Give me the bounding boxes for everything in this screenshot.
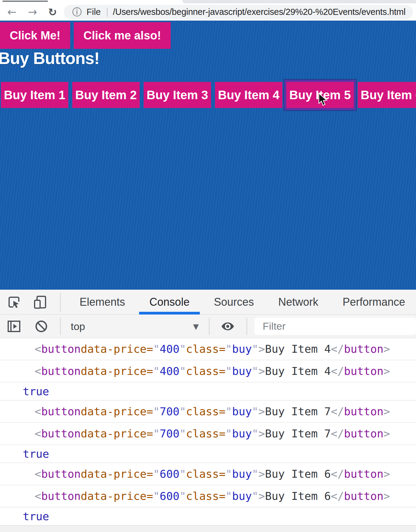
site-info-icon[interactable]: ⓘ [72,6,82,19]
console-token: buy [232,405,252,418]
inspect-element-icon[interactable] [7,295,21,309]
console-token: > [258,427,265,440]
console-log-boolean: true [0,382,416,401]
console-token: button [344,365,384,377]
console-token: " [179,468,186,480]
click-me-also-button[interactable]: Click me also! [74,22,171,49]
console-token: > [258,490,265,502]
click-me-button[interactable]: Click Me! [0,22,70,49]
console-token: 600 [160,490,179,502]
console-token: > [258,468,265,480]
buy-item-1-button[interactable]: Buy Item 1 [1,82,68,108]
console-token: data-price= [81,343,153,355]
address-bar[interactable]: ⓘ File /Users/wesbos/beginner-javascript… [64,5,413,19]
console-token: button [41,343,81,355]
console-token: < [35,427,41,440]
device-toolbar-icon[interactable] [33,295,47,309]
console-token: " [153,490,160,502]
console-token: true [23,385,49,398]
console-log-element[interactable]: <button data-price="600" class="buy">Buy… [0,485,416,507]
console-token: </ [331,468,344,480]
console-token: button [344,405,384,418]
console-token: " [252,405,258,418]
buy-item-6-button[interactable]: Buy Item 6 [358,82,416,108]
chevron-down-icon[interactable]: ▼ [193,322,199,331]
console-token: " [226,427,232,440]
console-log-boolean: true [0,507,416,526]
console-sidebar-toggle-icon[interactable] [7,319,21,334]
console-log-element[interactable]: <button data-price="700" class="buy">Buy… [0,423,416,445]
console-token: 700 [160,427,179,440]
devtools-tabs: ElementsConsoleSourcesNetworkPerformance [67,290,416,315]
live-expression-eye-icon[interactable] [220,319,235,334]
console-token: 700 [160,405,179,418]
console-log-element[interactable]: <button data-price="700" class="buy">Buy… [0,401,416,423]
reload-icon[interactable]: ↻ [46,7,60,17]
clear-console-icon[interactable] [34,319,49,334]
console-log-element[interactable]: <button data-price="400" class="buy">Buy… [0,360,416,382]
console-filter-input[interactable] [254,318,416,335]
console-token: button [344,490,384,502]
browser-toolbar: ← → ↻ ⓘ File /Users/wesbos/beginner-java… [0,4,416,21]
console-token: " [179,365,186,377]
console-token: button [344,468,384,480]
console-toolbar: top ▼ [0,315,416,338]
console-token: " [179,343,186,355]
console-token: " [252,468,258,480]
tab-console[interactable]: Console [137,290,202,315]
console-token: buy [232,427,252,440]
url-path-text: /Users/wesbos/beginner-javascript/exerci… [113,7,406,17]
console-token: " [179,427,186,440]
console-token: buy [232,468,252,480]
toolbar-separator [247,318,247,335]
console-token: button [41,365,81,377]
console-token: </ [331,343,344,355]
console-token: 400 [160,365,179,377]
console-token: > [384,468,390,480]
buy-item-3-button[interactable]: Buy Item 3 [144,82,211,108]
console-token: button [344,427,384,440]
toolbar-separator [209,318,210,335]
buy-buttons-row: Buy Item 1Buy Item 2Buy Item 3Buy Item 4… [1,82,416,108]
console-messages: <button data-price="400" class="buy">Buy… [0,338,416,526]
forward-icon[interactable]: → [26,7,39,18]
console-token: " [226,468,232,480]
console-token: < [35,365,41,377]
back-icon[interactable]: ← [5,7,19,18]
console-token: buy [232,365,252,377]
console-token: </ [331,490,344,502]
console-token: </ [331,405,344,418]
tab-performance[interactable]: Performance [330,290,416,315]
console-token: " [153,365,160,377]
console-token: true [23,448,49,460]
console-token: 600 [160,468,179,480]
console-token: " [153,343,160,355]
console-token: " [252,490,258,502]
url-scheme-label: File [87,7,101,17]
buy-item-4-button[interactable]: Buy Item 4 [215,82,282,108]
buy-item-2-button[interactable]: Buy Item 2 [72,82,140,108]
console-token: " [226,343,232,355]
url-separator [107,8,107,17]
console-token: " [252,343,258,355]
console-next-row-sliver [0,526,416,532]
console-token: data-price= [81,365,153,377]
console-log-element[interactable]: <button data-price="400" class="buy">Buy… [0,338,416,360]
context-selector[interactable]: top [71,321,85,332]
console-token: Buy Item 7 [265,405,331,418]
console-token: class= [186,427,226,440]
console-token: Buy Item 6 [265,468,331,480]
console-token: < [35,343,41,355]
tab-elements[interactable]: Elements [67,290,137,315]
console-token: button [41,405,81,418]
console-token: " [226,365,232,377]
console-token: Buy Item 6 [265,490,331,502]
console-token: class= [186,490,226,502]
console-token: </ [331,365,344,377]
console-log-element[interactable]: <button data-price="600" class="buy">Buy… [0,463,416,485]
tab-sources[interactable]: Sources [202,290,266,315]
tab-network[interactable]: Network [266,290,330,315]
toolbar-separator [60,318,61,335]
console-token: true [23,510,49,523]
console-token: > [384,343,390,355]
